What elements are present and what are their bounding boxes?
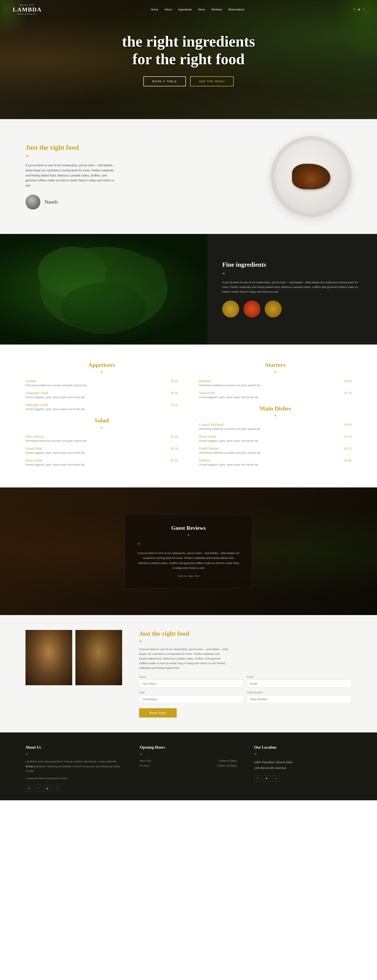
appetisers-ornament: ❧ [25, 370, 178, 374]
nav-reservations[interactable]: Reservations [228, 8, 244, 11]
footer-loc-linkedin-icon[interactable]: in [273, 775, 280, 782]
nav-logo: Quality LAMBDA RESTAURANT [13, 4, 42, 15]
footer: About Us ❧ Lambda's new and expanded Che… [0, 732, 377, 800]
chef-name: Naush [44, 199, 57, 205]
nav-ingredients[interactable]: Ingredients [178, 8, 192, 11]
appetisers-item-3: Zubergine Salad $5.25 Pureed eggplant, g… [25, 403, 178, 410]
footer-location-social: 𝕏 ▶ in [254, 775, 352, 782]
form-group-email: Email [247, 675, 352, 687]
date-input[interactable] [139, 695, 244, 703]
date-label: Date [139, 691, 244, 694]
starters-item-1: Haloumi $3.99 Refreshing traditional cuc… [199, 379, 352, 387]
facebook-icon[interactable]: f [363, 8, 364, 11]
review-title: Guest Reviews [138, 525, 239, 531]
book-now-button[interactable]: Book Now! [139, 708, 177, 718]
footer-twitter-icon[interactable]: 𝕏 [35, 785, 42, 792]
see-menu-button[interactable]: SEE THE MENU [190, 76, 234, 86]
chef-signature: Naush [25, 195, 254, 210]
hours-row-2: Fri-Sun: 7:00am-10:00pm [140, 764, 237, 767]
appetisers-item-2: Aubergine Salad $5.50 Pureed eggplant, g… [25, 391, 178, 399]
menu-section: Appetisers ❧ Tzatsiki $3.99 Refreshing t… [0, 345, 377, 487]
party-input[interactable] [247, 695, 352, 703]
footer-email-icon[interactable]: ✉ [25, 785, 32, 792]
res-ornament: ❧ [139, 639, 352, 644]
chef-avatar [25, 195, 40, 210]
footer-address: 19th Paradise Street Sitia 128 Meserole … [254, 759, 352, 771]
nav-reviews[interactable]: Reviews [212, 8, 222, 11]
logo-restaurant: RESTAURANT [13, 13, 42, 15]
main-item-1: Cornish Mackerel $3.99 Refreshing tradit… [199, 423, 352, 430]
footer-about-ornament: ❧ [25, 752, 123, 756]
menu-grid: Appetisers ❧ Tzatsiki $3.99 Refreshing t… [25, 361, 352, 471]
footer-youtube-icon[interactable]: ▶ [44, 785, 51, 792]
nav-about[interactable]: About [165, 8, 172, 11]
res-title: Just the right food [139, 630, 352, 637]
footer-facebook-icon[interactable]: f [54, 785, 60, 792]
res-photo-1 [25, 630, 72, 685]
hours-row-1: Mon-Thu: 7:00am-8:00pm [140, 759, 237, 762]
form-group-name: Name [139, 675, 244, 687]
main-dishes-title: Main Dishes [199, 405, 352, 412]
salad-item-2: Greek Salad $5.50 Pureed eggplant, garli… [25, 447, 178, 454]
about-section: Just the right food ❧ If you've been to … [0, 119, 377, 234]
logo-lambda: LAMBDA [13, 6, 42, 13]
fi-spices [222, 301, 362, 318]
form-row-date-party: Date Party Number [139, 691, 352, 703]
footer-hours-ornament: ❧ [140, 752, 237, 756]
footer-location-title: Our Location [254, 745, 352, 750]
twitter-icon[interactable]: 𝕏 [353, 8, 356, 11]
spice-2 [243, 301, 260, 318]
fine-ingredients-text: Fine ingredients ❧ If you've been to one… [207, 234, 377, 345]
logo-quality: Quality [13, 4, 42, 6]
footer-loc-twitter-icon[interactable]: 𝕏 [254, 775, 261, 782]
youtube-icon[interactable]: ▶ [358, 8, 361, 11]
footer-tagline: Lamda the best restaurant in town [25, 776, 123, 781]
about-image-side [271, 136, 352, 217]
review-author: food inc, New York [138, 574, 239, 578]
about-ornament: ❧ [25, 154, 254, 159]
salad-item-1: Olive Special $5.99 Refreshing tradition… [25, 435, 178, 442]
food-plate-inner [275, 140, 347, 213]
appetisers-title: Appetisers [25, 361, 178, 368]
res-photo-2 [75, 630, 122, 685]
spice-3 [265, 301, 282, 318]
review-text: If you've been to one of our restaurants… [138, 550, 239, 571]
res-photo-1-inner [25, 630, 72, 685]
footer-hours: Opening Hours ❧ Mon-Thu: 7:00am-8:00pm F… [140, 745, 237, 792]
starters-item-2: Spanish Pie $5.50 Pureed eggplant, garli… [199, 391, 352, 399]
basil-svg [0, 234, 207, 345]
fine-ingredients-image [0, 234, 207, 345]
reservation-photos [25, 630, 122, 685]
starters-title: Starters [199, 361, 352, 368]
fi-title: Fine ingredients [222, 261, 362, 268]
book-table-button[interactable]: BOOK A TABLE [143, 76, 186, 86]
starters-ornament: ❧ [199, 370, 352, 374]
fine-ingredients-section: Fine ingredients ❧ If you've been to one… [0, 234, 377, 345]
form-group-party: Party Number [247, 691, 352, 703]
menu-right-column: Starters ❧ Haloumi $3.99 Refreshing trad… [199, 361, 352, 471]
footer-hours-title: Opening Hours [140, 745, 237, 750]
footer-about-title: About Us [25, 745, 123, 750]
name-input[interactable] [139, 680, 244, 687]
nav-home[interactable]: Home [151, 8, 158, 11]
footer-loc-youtube-icon[interactable]: ▶ [264, 775, 270, 782]
name-label: Name [139, 675, 244, 678]
main-dishes-ornament: ❧ [199, 414, 352, 418]
footer-about: About Us ❧ Lambda's new and expanded Che… [25, 745, 123, 792]
footer-location: Our Location ❧ 19th Paradise Street Siti… [254, 745, 352, 792]
reviews-section: Guest Reviews ❧ “ If you've been to one … [0, 487, 377, 615]
salad-ornament: ❧ [25, 426, 178, 430]
chef-avatar-image [25, 195, 40, 210]
footer-social-links: ✉ 𝕏 ▶ f [25, 785, 123, 792]
footer-location-ornament: ❧ [254, 752, 352, 756]
nav-menu[interactable]: Menu [198, 8, 205, 11]
reservation-section: Just the right food ❧ If you've been to … [0, 615, 377, 732]
reservation-form-side: Just the right food ❧ If you've been to … [139, 630, 352, 718]
res-photo-2-inner [75, 630, 122, 685]
about-text: If you've been to one of our restaurants… [25, 163, 115, 188]
hero-buttons: BOOK A TABLE SEE THE MENU [143, 76, 234, 86]
review-ornament: ❧ [138, 533, 239, 537]
fi-ornament: ❧ [222, 271, 362, 276]
email-input[interactable] [247, 680, 352, 687]
main-item-3: Fried Chicken $5.25 Refreshing tradition… [199, 447, 352, 454]
